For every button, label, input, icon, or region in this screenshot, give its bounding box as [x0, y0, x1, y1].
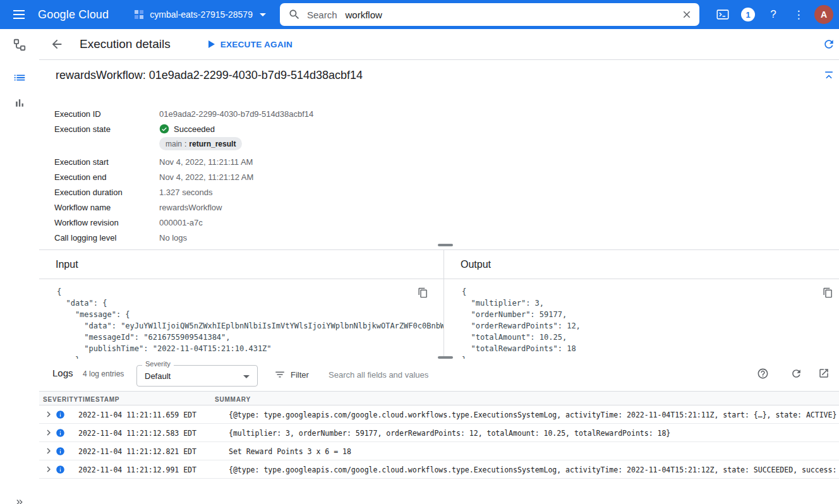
logo-cloud-text: Cloud — [78, 8, 109, 21]
detail-row-workflow-name: Workflow name rewardsWorkflow — [54, 200, 673, 215]
info-icon — [56, 465, 65, 474]
chevron-right-icon[interactable] — [43, 464, 54, 475]
project-name: cymbal-eats-27915-28579 — [150, 9, 253, 20]
log-row[interactable]: 2022-11-04 11:21:12.991 EDT {@type: type… — [39, 460, 839, 479]
topbar: Google Cloud cymbal-eats-27915-28579 Sea… — [0, 0, 839, 29]
more-options-icon[interactable]: ⋮ — [786, 2, 811, 27]
refresh-icon[interactable] — [821, 37, 836, 52]
search-bar[interactable]: Search workflow — [280, 3, 699, 26]
avatar-letter: A — [814, 5, 833, 24]
chevron-right-icon[interactable] — [43, 445, 54, 457]
log-row[interactable]: 2022-11-04 11:21:11.659 EDT {@type: type… — [39, 405, 839, 424]
detail-row-execution-state: Execution state Succeeded — [54, 121, 673, 136]
cloud-shell-icon[interactable] — [710, 2, 735, 27]
state-text: Succeeded — [174, 124, 215, 134]
copy-icon[interactable] — [822, 287, 833, 298]
log-row[interactable]: 2022-11-04 11:21:12.821 EDT Set Reward P… — [39, 442, 839, 460]
input-title: Input — [56, 259, 78, 270]
input-pane: Input { "data": { "message": { "data": "… — [39, 250, 444, 359]
step-chip[interactable]: main : return_result — [159, 137, 242, 150]
logs-table-header: SEVERITY TIMESTAMP SUMMARY — [39, 391, 839, 405]
sidebar-item-metrics[interactable] — [0, 90, 39, 116]
project-icon — [134, 9, 144, 20]
logs-search-input[interactable] — [323, 366, 715, 383]
filter-button[interactable]: Filter — [274, 369, 309, 380]
chevron-right-icon[interactable] — [43, 409, 54, 420]
input-output-panes: Input { "data": { "message": { "data": "… — [39, 249, 839, 359]
severity-value: Default — [145, 371, 171, 381]
play-icon — [208, 40, 215, 48]
pane-resize-handle[interactable] — [438, 356, 453, 359]
notifications-icon[interactable]: 1 — [735, 2, 761, 27]
detail-row-call-logging-level: Call logging level No logs — [54, 230, 673, 245]
column-timestamp: TIMESTAMP — [78, 396, 119, 403]
output-title: Output — [461, 259, 491, 270]
execution-heading: rewardsWorkflow: 01e9ada2-2299-4030-b7d9… — [56, 69, 363, 82]
detail-row-state-chip: main : return_result — [54, 136, 673, 154]
workflows-sidebar — [0, 29, 39, 504]
google-cloud-logo[interactable]: Google Cloud — [38, 8, 109, 21]
info-icon — [56, 428, 65, 438]
expand-panel-icon[interactable] — [14, 496, 25, 504]
page-title: Execution details — [80, 37, 171, 51]
logs-title: Logs — [52, 368, 73, 378]
pane-resize-handle[interactable] — [438, 244, 453, 246]
logs-section: Logs 4 log entries Severity Default Filt… — [39, 359, 839, 504]
search-query: workflow — [346, 9, 382, 20]
detail-row-execution-duration: Execution duration 1.327 seconds — [54, 184, 673, 200]
avatar[interactable]: A — [811, 2, 836, 27]
input-code: { "data": { "message": { "data": "eyJuYW… — [57, 286, 444, 359]
clear-search-icon[interactable] — [680, 8, 693, 21]
refresh-icon[interactable] — [788, 366, 804, 381]
detail-row-workflow-revision: Workflow revision 000001-a7c — [54, 215, 673, 230]
logo-google-text: Google — [38, 8, 75, 21]
sidebar-item-executions[interactable] — [0, 65, 39, 90]
workflows-icon[interactable] — [0, 32, 39, 57]
severity-select[interactable]: Default — [136, 365, 258, 387]
severity-label: Severity — [142, 360, 174, 368]
substep-name: return_result — [189, 140, 236, 148]
logs-entry-count: 4 log entries — [83, 369, 124, 378]
chevron-down-icon — [243, 375, 250, 378]
help-icon[interactable]: ? — [761, 2, 786, 27]
menu-icon[interactable] — [11, 7, 27, 22]
collapse-icon[interactable] — [821, 68, 836, 83]
info-icon — [56, 410, 65, 419]
step-name: main — [166, 140, 182, 148]
notification-badge: 1 — [741, 8, 755, 21]
detail-row-execution-id: Execution ID 01e9ada2-2299-4030-b7d9-514… — [54, 106, 673, 121]
detail-row-execution-start: Execution start Nov 4, 2022, 11:21:11 AM — [54, 154, 673, 169]
output-code: { "multiplier": 3, "orderNumber": 59177,… — [462, 286, 581, 359]
gcp-console: Google Cloud cymbal-eats-27915-28579 Sea… — [0, 0, 839, 504]
info-icon — [56, 447, 65, 456]
column-summary: SUMMARY — [215, 396, 251, 403]
list-icon — [13, 71, 27, 85]
search-label: Search — [307, 9, 337, 20]
page-toolbar: Execution details EXECUTE AGAIN — [39, 29, 839, 60]
chevron-down-icon — [260, 13, 266, 16]
search-icon — [288, 8, 301, 21]
help-circle-icon[interactable] — [755, 366, 770, 381]
detail-row-execution-end: Execution end Nov 4, 2022, 11:21:12 AM — [54, 169, 673, 184]
execute-again-button[interactable]: EXECUTE AGAIN — [208, 40, 293, 49]
back-button[interactable] — [49, 37, 64, 52]
chevron-right-icon[interactable] — [43, 427, 54, 438]
execution-details: Execution ID 01e9ada2-2299-4030-b7d9-514… — [54, 106, 673, 245]
arrow-back-icon — [50, 37, 64, 51]
bar-chart-icon — [13, 97, 26, 109]
filter-icon — [274, 369, 286, 380]
topbar-actions: 1 ? ⋮ A — [710, 2, 836, 27]
log-row[interactable]: 2022-11-04 11:21:12.583 EDT {multiplier:… — [39, 424, 839, 442]
success-check-icon — [159, 124, 169, 134]
column-severity: SEVERITY — [43, 396, 78, 403]
copy-icon[interactable] — [417, 287, 428, 298]
project-switcher[interactable]: cymbal-eats-27915-28579 — [134, 9, 266, 20]
open-in-new-icon[interactable] — [816, 366, 831, 381]
output-pane: Output { "multiplier": 3, "orderNumber":… — [444, 250, 839, 359]
logs-table: SEVERITY TIMESTAMP SUMMARY 2022-11-04 11… — [39, 391, 839, 479]
execution-heading-row: rewardsWorkflow: 01e9ada2-2299-4030-b7d9… — [39, 60, 839, 95]
